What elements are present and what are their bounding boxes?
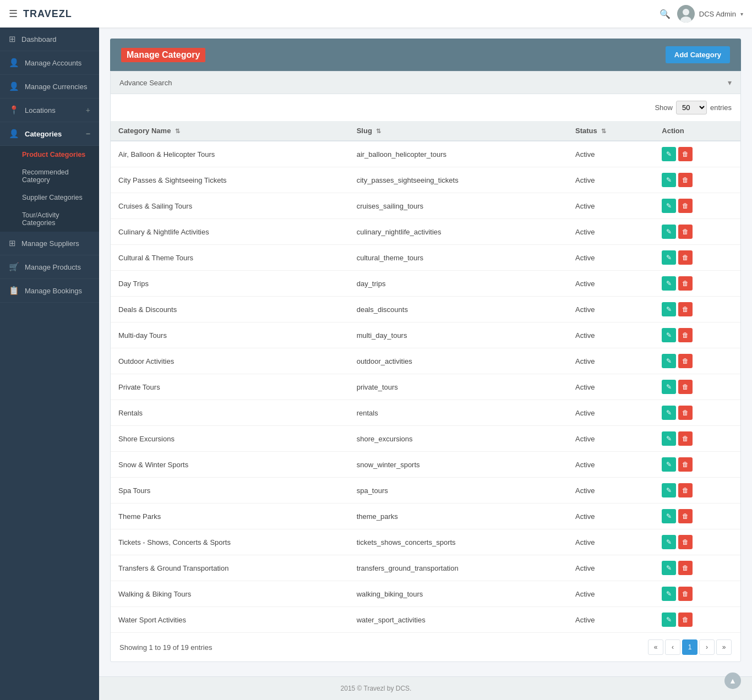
edit-button[interactable]: ✎ bbox=[662, 328, 676, 342]
cell-slug: cruises_sailing_tours bbox=[349, 193, 568, 219]
sidebar-item-manage-currencies[interactable]: 👤 Manage Currencies bbox=[0, 75, 99, 99]
cell-status: Active bbox=[568, 297, 654, 322]
edit-button[interactable]: ✎ bbox=[662, 302, 676, 316]
edit-button[interactable]: ✎ bbox=[662, 173, 676, 187]
delete-button[interactable]: 🗑 bbox=[678, 457, 693, 472]
delete-button[interactable]: 🗑 bbox=[678, 302, 693, 316]
cell-action: ✎ 🗑 bbox=[654, 607, 740, 633]
advance-search-bar[interactable]: Advance Search ▾ bbox=[111, 72, 740, 94]
sidebar-item-tour-activity-categories[interactable]: Tour/Activity Categories bbox=[0, 206, 99, 232]
col-header-slug[interactable]: Slug ⇅ bbox=[349, 121, 568, 141]
sidebar-item-label: Manage Suppliers bbox=[21, 239, 79, 248]
table-row: Multi-day Tours multi_day_tours Active ✎… bbox=[111, 322, 740, 348]
edit-button[interactable]: ✎ bbox=[662, 612, 676, 627]
cell-category-name: City Passes & Sightseeing Tickets bbox=[111, 167, 349, 193]
cell-action: ✎ 🗑 bbox=[654, 271, 740, 297]
cell-category-name: Cultural & Theme Tours bbox=[111, 245, 349, 271]
delete-button[interactable]: 🗑 bbox=[678, 354, 693, 368]
edit-button[interactable]: ✎ bbox=[662, 561, 676, 575]
page-prev-button[interactable]: ‹ bbox=[665, 639, 680, 655]
edit-button[interactable]: ✎ bbox=[662, 431, 676, 446]
delete-button[interactable]: 🗑 bbox=[678, 535, 693, 549]
cell-slug: multi_day_tours bbox=[349, 322, 568, 348]
products-icon: 🛒 bbox=[9, 262, 19, 272]
sidebar-item-manage-accounts[interactable]: 👤 Manage Accounts bbox=[0, 51, 99, 75]
advance-search-chevron-icon: ▾ bbox=[728, 78, 732, 87]
topbar: ☰ TRAVEZL 🔍 DCS Admin ▾ bbox=[0, 0, 752, 28]
cell-status: Active bbox=[568, 374, 654, 400]
sidebar-item-manage-suppliers[interactable]: ⊞ Manage Suppliers bbox=[0, 232, 99, 255]
sidebar-item-manage-products[interactable]: 🛒 Manage Products bbox=[0, 255, 99, 279]
edit-button[interactable]: ✎ bbox=[662, 509, 676, 523]
page-last-button[interactable]: » bbox=[716, 639, 732, 655]
cell-status: Active bbox=[568, 400, 654, 426]
edit-button[interactable]: ✎ bbox=[662, 587, 676, 601]
delete-button[interactable]: 🗑 bbox=[678, 199, 693, 213]
user-menu[interactable]: DCS Admin ▾ bbox=[677, 5, 743, 23]
col-header-status[interactable]: Status ⇅ bbox=[568, 121, 654, 141]
delete-button[interactable]: 🗑 bbox=[678, 431, 693, 446]
sidebar-item-locations[interactable]: 📍 Locations + bbox=[0, 99, 99, 122]
page-title: Manage Category bbox=[121, 48, 205, 62]
edit-button[interactable]: ✎ bbox=[662, 535, 676, 549]
sidebar-item-recommended-category[interactable]: Recommended Category bbox=[0, 163, 99, 189]
cell-slug: private_tours bbox=[349, 374, 568, 400]
edit-button[interactable]: ✎ bbox=[662, 250, 676, 265]
search-icon[interactable]: 🔍 bbox=[660, 9, 671, 19]
delete-button[interactable]: 🗑 bbox=[678, 612, 693, 627]
cell-category-name: Snow & Winter Sports bbox=[111, 452, 349, 478]
cell-category-name: Water Sport Activities bbox=[111, 607, 349, 633]
categories-collapse-icon[interactable]: − bbox=[86, 129, 90, 138]
pagination: « ‹ 1 › » bbox=[648, 639, 732, 655]
cell-status: Active bbox=[568, 478, 654, 504]
cell-status: Active bbox=[568, 322, 654, 348]
advance-search-label: Advance Search bbox=[119, 79, 172, 87]
edit-button[interactable]: ✎ bbox=[662, 225, 676, 239]
delete-button[interactable]: 🗑 bbox=[678, 225, 693, 239]
hamburger-icon[interactable]: ☰ bbox=[9, 8, 18, 20]
table-row: Theme Parks theme_parks Active ✎ 🗑 bbox=[111, 504, 740, 529]
delete-button[interactable]: 🗑 bbox=[678, 509, 693, 523]
edit-button[interactable]: ✎ bbox=[662, 147, 676, 161]
sidebar-item-manage-bookings[interactable]: 📋 Manage Bookings bbox=[0, 279, 99, 303]
locations-expand-icon[interactable]: + bbox=[86, 106, 90, 114]
delete-button[interactable]: 🗑 bbox=[678, 147, 693, 161]
edit-button[interactable]: ✎ bbox=[662, 483, 676, 497]
sidebar-item-supplier-categories[interactable]: Supplier Categories bbox=[0, 189, 99, 206]
cell-action: ✎ 🗑 bbox=[654, 452, 740, 478]
edit-button[interactable]: ✎ bbox=[662, 276, 676, 291]
sidebar-item-product-categories[interactable]: Product Categories bbox=[0, 146, 99, 163]
cell-category-name: Outdoor Activities bbox=[111, 348, 349, 374]
edit-button[interactable]: ✎ bbox=[662, 354, 676, 368]
delete-button[interactable]: 🗑 bbox=[678, 276, 693, 291]
edit-button[interactable]: ✎ bbox=[662, 406, 676, 420]
delete-button[interactable]: 🗑 bbox=[678, 483, 693, 497]
edit-button[interactable]: ✎ bbox=[662, 380, 676, 394]
sidebar-item-label: Manage Accounts bbox=[25, 59, 81, 67]
suppliers-icon: ⊞ bbox=[9, 238, 16, 248]
add-category-button[interactable]: Add Category bbox=[666, 46, 730, 63]
edit-button[interactable]: ✎ bbox=[662, 457, 676, 472]
delete-button[interactable]: 🗑 bbox=[678, 587, 693, 601]
page-first-button[interactable]: « bbox=[648, 639, 663, 655]
delete-button[interactable]: 🗑 bbox=[678, 328, 693, 342]
entries-select[interactable]: 10 25 50 100 bbox=[676, 101, 707, 114]
accounts-icon: 👤 bbox=[9, 58, 19, 68]
table-row: Walking & Biking Tours walking_biking_to… bbox=[111, 581, 740, 607]
delete-button[interactable]: 🗑 bbox=[678, 406, 693, 420]
page-next-button[interactable]: › bbox=[699, 639, 715, 655]
delete-button[interactable]: 🗑 bbox=[678, 173, 693, 187]
scroll-to-top-button[interactable]: ▲ bbox=[724, 672, 741, 689]
cell-slug: water_sport_activities bbox=[349, 607, 568, 633]
delete-button[interactable]: 🗑 bbox=[678, 250, 693, 265]
sidebar-item-categories[interactable]: 👤 Categories − bbox=[0, 122, 99, 146]
delete-button[interactable]: 🗑 bbox=[678, 561, 693, 575]
table-row: Water Sport Activities water_sport_activ… bbox=[111, 607, 740, 633]
cell-action: ✎ 🗑 bbox=[654, 322, 740, 348]
col-header-category-name[interactable]: Category Name ⇅ bbox=[111, 121, 349, 141]
edit-button[interactable]: ✎ bbox=[662, 199, 676, 213]
sidebar-item-dashboard[interactable]: ⊞ Dashboard bbox=[0, 28, 99, 51]
delete-button[interactable]: 🗑 bbox=[678, 380, 693, 394]
page-1-button[interactable]: 1 bbox=[682, 639, 697, 655]
categories-icon: 👤 bbox=[9, 129, 19, 139]
